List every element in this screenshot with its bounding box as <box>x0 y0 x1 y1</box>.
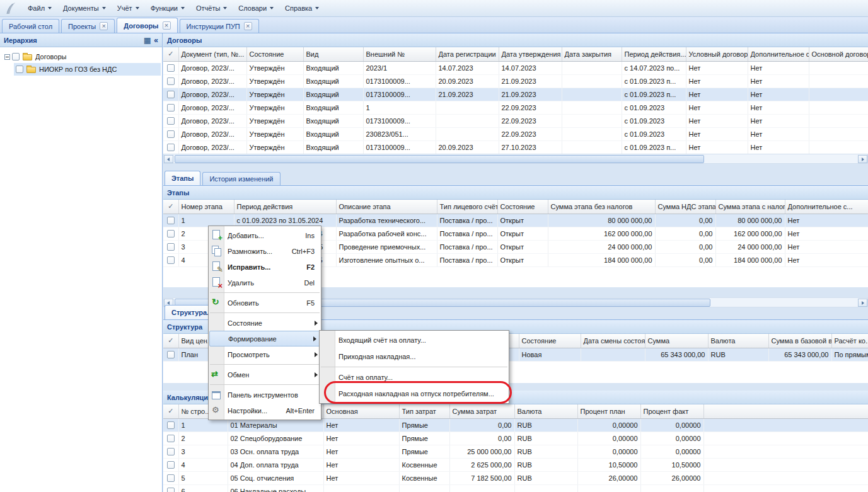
row-checkbox[interactable] <box>167 256 175 264</box>
table-row[interactable]: 1 с 01.09.2023 по 31.05.2024 Разработка … <box>163 214 868 227</box>
row-checkbox[interactable] <box>167 104 175 112</box>
column-header[interactable]: Вид <box>303 47 363 61</box>
column-header[interactable]: Условный договор <box>686 47 748 61</box>
column-header[interactable]: Описание этапа <box>336 200 437 214</box>
check-column-header[interactable]: ✓ <box>163 334 178 348</box>
column-header[interactable]: Сумма этапа с налогами <box>715 200 785 214</box>
table-row[interactable]: Договор, 2023/... Утверждён Входящий 1 2… <box>163 101 868 114</box>
row-checkbox[interactable] <box>167 91 175 98</box>
column-header[interactable]: Сумма НДС этапа <box>655 200 715 214</box>
check-column-header[interactable]: ✓ <box>163 47 178 61</box>
menu-item-state[interactable]: Состояние <box>209 315 321 331</box>
column-header[interactable]: Период действия... <box>622 47 686 61</box>
column-header[interactable]: Дата регистрации <box>436 47 499 61</box>
row-checkbox[interactable] <box>167 435 175 442</box>
column-header[interactable]: Дополнительное с... <box>748 47 809 61</box>
table-row[interactable]: Договор, 2023/... Утверждён Входящий 017… <box>163 114 868 127</box>
column-header[interactable]: Основной договор <box>809 47 868 61</box>
row-checkbox[interactable] <box>167 461 175 469</box>
table-row[interactable]: 2 02 Спецоборудование Нет Прямые 0,00 RU… <box>163 432 868 445</box>
row-checkbox[interactable] <box>167 77 175 85</box>
check-column-header[interactable]: ✓ <box>163 404 178 418</box>
check-column-header[interactable]: ✓ <box>163 200 178 214</box>
menu-reports[interactable]: Отчёты <box>191 2 232 14</box>
column-header[interactable]: Сумма затрат <box>449 404 514 418</box>
menu-accounting[interactable]: Учёт <box>112 2 144 14</box>
columns-icon[interactable]: ▦ <box>144 37 151 44</box>
column-header[interactable]: Расчёт ко... <box>831 334 868 348</box>
column-header[interactable]: Сумма <box>645 334 708 348</box>
tab-instructions[interactable]: Инструкции ПУП× <box>180 19 259 33</box>
row-checkbox[interactable] <box>167 230 175 237</box>
column-header[interactable]: Тип затрат <box>399 404 449 418</box>
column-header[interactable]: Дополнительное с... <box>785 200 868 214</box>
table-row[interactable]: 3 03 Осн. оплата труда Нет Прямые 25 000… <box>163 445 868 458</box>
menu-help[interactable]: Справка <box>280 2 324 14</box>
row-checkbox[interactable] <box>167 144 175 151</box>
menu-item-refresh[interactable]: Обновить F5 <box>209 295 321 311</box>
close-icon[interactable]: × <box>163 21 171 30</box>
row-checkbox[interactable] <box>167 448 175 455</box>
menu-item-duplicate[interactable]: Размножить... Ctrl+F3 <box>209 243 321 259</box>
row-checkbox[interactable] <box>167 217 175 224</box>
row-checkbox[interactable] <box>167 474 175 482</box>
menu-item-add[interactable]: Добавить... Ins <box>209 227 321 243</box>
submenu-item-expense-note[interactable]: Расходная накладная на отпуск потребител… <box>320 386 509 402</box>
row-checkbox[interactable] <box>167 243 175 251</box>
row-checkbox[interactable] <box>167 421 175 429</box>
menu-item-edit[interactable]: Исправить... F2 <box>209 259 321 275</box>
column-header[interactable]: Сумма этапа без налогов <box>548 200 655 214</box>
collapse-node-icon[interactable] <box>4 54 10 60</box>
menu-item-toolbar-panel[interactable]: Панель инструментов <box>209 387 321 403</box>
column-header[interactable]: Сумма в базовой в <box>768 334 831 348</box>
column-header[interactable]: Процент план <box>577 404 640 418</box>
column-header[interactable]: Основная <box>323 404 399 418</box>
tab-contracts[interactable]: Договоры× <box>117 18 177 33</box>
column-header[interactable]: Дата утверждения <box>499 47 562 61</box>
menu-documents[interactable]: Документы <box>58 2 111 14</box>
menu-item-exchange[interactable]: Обмен <box>209 367 321 382</box>
column-header[interactable]: Дата смены состоя <box>581 334 645 348</box>
table-row[interactable]: Договор, 2023/... Утверждён Входящий 202… <box>163 61 868 74</box>
column-header[interactable]: Состояние <box>497 200 548 214</box>
menu-file[interactable]: Файл <box>23 2 57 14</box>
tree-node-root[interactable]: Договоры <box>1 50 161 63</box>
row-checkbox[interactable] <box>167 64 175 72</box>
collapse-panel-icon[interactable]: « <box>154 37 158 44</box>
row-checkbox[interactable] <box>167 117 175 125</box>
node-checkbox[interactable] <box>12 53 20 60</box>
column-header[interactable]: Состояние <box>519 334 581 348</box>
menu-item-delete[interactable]: Удалить Del <box>209 275 321 290</box>
table-row[interactable]: Договор, 2023/... Утверждён Входящий 017… <box>163 88 868 101</box>
menu-dictionaries[interactable]: Словари <box>233 2 279 14</box>
menu-item-settings[interactable]: Настройки... Alt+Enter <box>209 403 321 418</box>
menu-item-view[interactable]: Просмотреть <box>209 346 321 362</box>
table-row[interactable]: 6 06 Накладные расходы <box>163 484 868 492</box>
tree-node-child[interactable]: НИОКР по ГОЗ без НДС <box>14 63 161 76</box>
column-header[interactable]: Номер этапа <box>178 200 234 214</box>
row-checkbox[interactable] <box>167 130 175 138</box>
table-row[interactable]: Договор, 2023/... Утверждён Входящий 230… <box>163 127 868 140</box>
table-row[interactable]: 1 01 Материалы Нет Прямые 0,00 RUB 0,000… <box>163 418 868 432</box>
column-header[interactable]: Процент факт <box>640 404 703 418</box>
column-header[interactable]: Дата закрытия <box>562 47 622 61</box>
column-header[interactable]: Тип лицевого счёт <box>437 200 497 214</box>
column-header[interactable]: Валюта <box>514 404 577 418</box>
table-row[interactable]: 4 04 Доп. оплата труда Нет Косвенные 2 6… <box>163 458 868 471</box>
tab-projects[interactable]: Проекты× <box>61 19 115 33</box>
submenu-item-invoice[interactable]: Счёт на оплату... <box>320 369 509 386</box>
row-checkbox[interactable] <box>167 488 175 492</box>
column-header[interactable]: Внешний № <box>363 47 436 61</box>
column-header[interactable]: Документ (тип, №... <box>178 47 246 61</box>
tab-desktop[interactable]: Рабочий стол <box>2 19 59 33</box>
column-header[interactable]: Период действия <box>234 200 336 214</box>
table-row[interactable]: 5 05 Соц. отчисления Нет Косвенные 7 182… <box>163 471 868 484</box>
tab-history[interactable]: История изменений <box>202 172 280 185</box>
close-icon[interactable]: × <box>244 22 252 30</box>
scroll-right-icon[interactable] <box>858 155 867 163</box>
column-header[interactable]: Состояние <box>246 47 303 61</box>
row-checkbox[interactable] <box>167 351 175 358</box>
submenu-item-incoming-invoice[interactable]: Входящий счёт на оплату... <box>320 332 509 348</box>
tab-stages[interactable]: Этапы <box>165 171 200 185</box>
close-icon[interactable]: × <box>100 22 108 30</box>
